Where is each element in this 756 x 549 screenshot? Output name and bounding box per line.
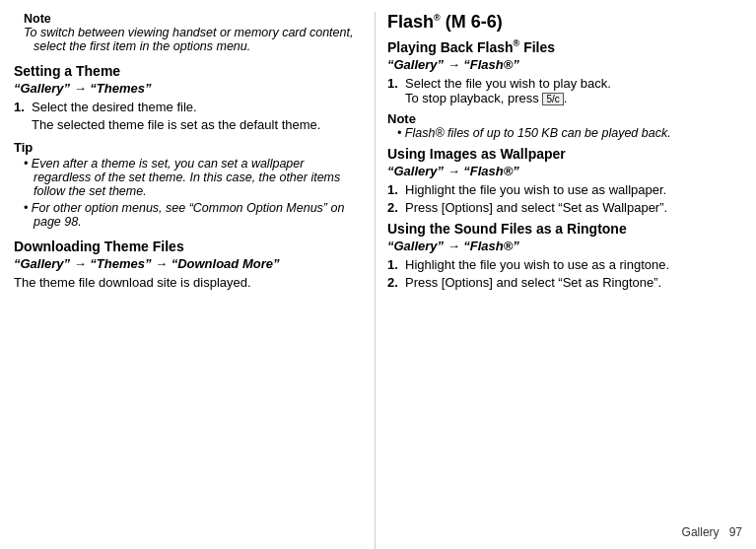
wallpaper-steps: 1. Highlight the file you wish to use as… [387,182,742,215]
playback-nav: “Gallery” → “Flash®” [387,57,742,72]
ringtone-nav: “Gallery” → “Flash®” [387,239,742,253]
note-section-flash: Note • Flash® files of up to 150 KB can … [387,111,742,140]
step-text: Highlight the file you wish to use as wa… [405,182,742,197]
setting-theme-steps: 1. Select the desired theme file. [14,100,363,114]
step-text: Highlight the file you wish to use as a … [405,257,742,272]
footer: Gallery 97 [682,525,742,539]
setting-theme-nav: “Gallery” → “Themes” [14,81,363,96]
wallpaper-heading: Using Images as Wallpaper [387,146,742,162]
step-1-sub: The selected theme file is set as the de… [32,117,363,132]
wallpaper-nav: “Gallery” → “Flash®” [387,164,742,178]
ringtone-heading: Using the Sound Files as a Ringtone [387,221,742,237]
step-text: Press [Options] and select “Set as Ringt… [405,275,742,290]
step-num: 1. [387,182,405,197]
step-num: 2. [387,200,405,215]
playback-heading: Playing Back Flash® Files [387,38,742,55]
tip-list: • Even after a theme is set, you can set… [14,157,363,229]
step-text: Press [Options] and select “Set as Wallp… [405,200,742,215]
tip-item-2: • For other option menus, see “Common Op… [24,201,363,229]
playback-steps: 1. Select the file you wish to play back… [387,76,742,105]
ringtone-steps: 1. Highlight the file you wish to use as… [387,257,742,290]
registered-mark: ® [434,13,441,23]
footer-label: Gallery [682,525,720,539]
note-label-bold: Note [387,111,742,126]
page-model: (M 6-6) [446,12,503,32]
stop-playback-text: To stop playback, press 5/c. [405,91,567,105]
note-text: To switch between viewing handset or mem… [24,26,363,53]
step-num: 1. [387,76,405,105]
download-theme-text: The theme file download site is displaye… [14,275,363,290]
step-1: 1. Select the desired theme file. [14,100,363,114]
download-theme-nav: “Gallery” → “Themes” → “Download More” [14,256,363,271]
note-section-top: Note To switch between viewing handset o… [14,12,363,53]
note-content-flash: • Flash® files of up to 150 KB can be pl… [397,126,742,140]
page-title-text: Flash [387,12,434,32]
download-theme-heading: Downloading Theme Files [14,239,363,254]
stop-button-icon: 5/c [542,93,563,105]
setting-theme-heading: Setting a Theme [14,63,363,79]
note-label: Note [24,12,51,26]
step-text: Select the desired theme file. [32,100,363,114]
page-number: 97 [729,525,742,539]
page-title: Flash® (M 6-6) [387,12,742,33]
playback-step-1: 1. Select the file you wish to play back… [387,76,742,105]
left-column: Note To switch between viewing handset o… [0,12,375,549]
step-num: 2. [387,275,405,290]
ringtone-step-1: 1. Highlight the file you wish to use as… [387,257,742,272]
wallpaper-step-2: 2. Press [Options] and select “Set as Wa… [387,200,742,215]
tip-label: Tip [14,140,363,155]
ringtone-step-2: 2. Press [Options] and select “Set as Ri… [387,275,742,290]
step-num: 1. [387,257,405,272]
wallpaper-step-1: 1. Highlight the file you wish to use as… [387,182,742,197]
step-text: Select the file you wish to play back. T… [405,76,742,105]
right-column: Flash® (M 6-6) Playing Back Flash® Files… [375,12,756,549]
tip-item-1: • Even after a theme is set, you can set… [24,157,363,198]
step-number: 1. [14,100,32,114]
